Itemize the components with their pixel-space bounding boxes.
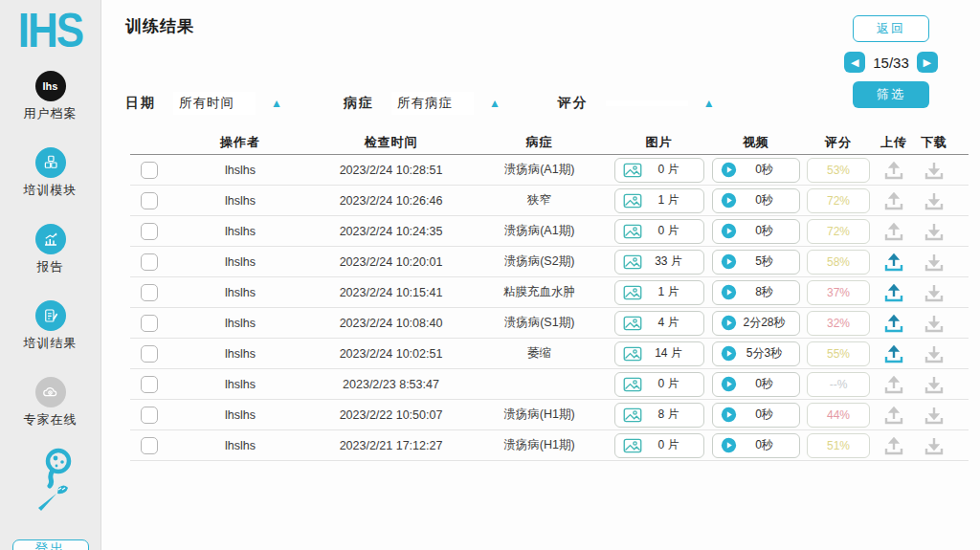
images-button[interactable]: 1 片 <box>614 188 704 213</box>
table-row: lhslhs 2023/2/21 17:12:27 溃疡病(H1期) 0 片 <box>130 430 969 461</box>
sidebar-item-training-results[interactable]: 培训结果 <box>24 300 78 352</box>
download-icon[interactable] <box>922 311 947 336</box>
download-icon[interactable] <box>922 219 947 244</box>
score-badge: 44% <box>807 403 870 428</box>
operator-cell: lhslhs <box>168 408 312 422</box>
video-button[interactable]: 2分28秒 <box>712 311 800 336</box>
video-button[interactable]: 0秒 <box>712 372 800 397</box>
dropdown-triangle-icon: ▲ <box>489 97 501 110</box>
upload-icon[interactable] <box>881 280 906 305</box>
col-operator: 操作者 <box>168 134 312 151</box>
date-filter-value: 所有时间 <box>173 92 256 115</box>
video-button[interactable]: 0秒 <box>712 188 800 213</box>
table-row: lhslhs 2023/2/24 10:24:35 溃疡病(A1期) 0 片 <box>130 216 969 247</box>
check-time-cell: 2023/2/21 17:12:27 <box>312 439 470 452</box>
disease-filter-select[interactable]: 所有病症 ▲ <box>391 92 501 115</box>
video-button[interactable]: 8秒 <box>712 280 800 305</box>
images-button[interactable]: 8 片 <box>614 403 704 428</box>
score-filter-select[interactable]: ▲ <box>606 97 715 110</box>
sidebar-item-label: 专家在线 <box>24 411 78 429</box>
logout-button[interactable]: 登出 <box>12 539 89 550</box>
disease-cell: 狭窄 <box>470 192 609 209</box>
video-button[interactable]: 0秒 <box>712 403 800 428</box>
upload-icon[interactable] <box>881 311 906 336</box>
video-button[interactable]: 0秒 <box>712 158 800 183</box>
check-time-cell: 2023/2/24 10:24:35 <box>312 225 470 238</box>
filter-button[interactable]: 筛选 <box>853 81 929 108</box>
dropdown-triangle-icon: ▲ <box>703 97 715 110</box>
image-icon <box>623 346 642 362</box>
upload-icon[interactable] <box>881 250 906 275</box>
images-button[interactable]: 0 片 <box>614 372 704 397</box>
table-row: lhslhs 2023/2/22 10:50:07 溃疡病(H1期) 8 片 <box>130 400 969 430</box>
play-icon <box>721 437 737 453</box>
sidebar-item-label: 报告 <box>37 258 64 275</box>
video-button[interactable]: 0秒 <box>712 219 800 244</box>
download-icon[interactable] <box>922 250 947 275</box>
score-badge: 55% <box>807 341 870 366</box>
download-icon[interactable] <box>922 433 947 458</box>
download-icon[interactable] <box>922 280 947 305</box>
images-button[interactable]: 0 片 <box>614 219 704 244</box>
sidebar-item-expert-online[interactable]: 专家在线 <box>24 377 78 429</box>
disease-cell: 溃疡病(S2期) <box>470 253 609 270</box>
upload-icon[interactable] <box>881 341 906 366</box>
video-button[interactable]: 5秒 <box>712 250 800 275</box>
check-time-cell: 2023/2/22 10:50:07 <box>312 408 470 422</box>
prev-page-icon[interactable]: ◀ <box>844 52 865 73</box>
score-badge: 72% <box>807 219 870 244</box>
images-button[interactable]: 14 片 <box>614 341 704 366</box>
results-table: 操作者 检查时间 病症 图片 视频 评分 上传 下载 lhslhs 2023/2… <box>130 130 969 461</box>
row-checkbox[interactable] <box>141 315 158 332</box>
document-pencil-icon <box>35 300 66 331</box>
download-icon[interactable] <box>922 158 947 183</box>
score-badge: 72% <box>807 188 870 213</box>
sidebar-item-user-profile[interactable]: Ihs 用户档案 <box>24 71 78 122</box>
download-icon[interactable] <box>922 341 947 366</box>
row-checkbox[interactable] <box>141 345 158 363</box>
video-button[interactable]: 0秒 <box>712 433 800 458</box>
sidebar: IHS Ihs 用户档案 培训模块 报告 <box>0 0 101 550</box>
play-icon <box>721 162 737 178</box>
col-video: 视频 <box>709 134 803 151</box>
main-content: 训练结果 返回 ◀ 15/33 ▶ 筛选 日期 所有时间 ▲ 病症 <box>102 0 980 550</box>
sidebar-item-label: 用户档案 <box>24 105 78 122</box>
row-checkbox[interactable] <box>141 253 158 271</box>
download-icon[interactable] <box>922 188 947 213</box>
upload-icon[interactable] <box>881 372 906 397</box>
row-checkbox[interactable] <box>141 407 158 424</box>
header-controls: 返回 ◀ 15/33 ▶ 筛选 <box>838 15 944 108</box>
row-checkbox[interactable] <box>141 223 158 240</box>
images-button[interactable]: 4 片 <box>614 311 704 336</box>
row-checkbox[interactable] <box>141 437 158 454</box>
images-button[interactable]: 0 片 <box>614 433 704 458</box>
upload-icon[interactable] <box>881 188 906 213</box>
check-time-cell: 2023/2/24 10:28:51 <box>312 164 470 177</box>
upload-icon[interactable] <box>881 403 906 428</box>
video-button[interactable]: 5分3秒 <box>712 341 800 366</box>
table-row: lhslhs 2023/2/24 10:26:46 狭窄 1 片 <box>130 186 969 216</box>
upload-icon[interactable] <box>881 219 906 244</box>
app-window: IHS Ihs 用户档案 培训模块 报告 <box>0 0 980 550</box>
table-row: lhslhs 2023/2/24 10:15:41 粘膜充血水肿 1 片 <box>130 277 969 308</box>
images-button[interactable]: 0 片 <box>614 158 704 183</box>
upload-icon[interactable] <box>881 158 906 183</box>
download-icon[interactable] <box>922 372 947 397</box>
upload-icon[interactable] <box>881 433 906 458</box>
sidebar-item-training-module[interactable]: 培训模块 <box>24 147 78 199</box>
row-checkbox[interactable] <box>141 376 158 393</box>
row-checkbox[interactable] <box>141 284 158 301</box>
date-filter-select[interactable]: 所有时间 ▲ <box>173 92 282 115</box>
row-checkbox[interactable] <box>141 192 158 209</box>
download-icon[interactable] <box>922 403 947 428</box>
row-checkbox[interactable] <box>141 162 158 179</box>
operator-cell: lhslhs <box>168 255 312 269</box>
disease-filter: 病症 所有病症 ▲ <box>344 92 501 115</box>
next-page-icon[interactable]: ▶ <box>917 52 938 73</box>
sidebar-item-report[interactable]: 报告 <box>35 224 66 275</box>
images-button[interactable]: 1 片 <box>614 280 704 305</box>
back-button[interactable]: 返回 <box>853 15 929 42</box>
disease-cell: 溃疡病(A1期) <box>470 223 609 239</box>
images-button[interactable]: 33 片 <box>614 250 704 275</box>
date-filter: 日期 所有时间 ▲ <box>125 92 282 115</box>
